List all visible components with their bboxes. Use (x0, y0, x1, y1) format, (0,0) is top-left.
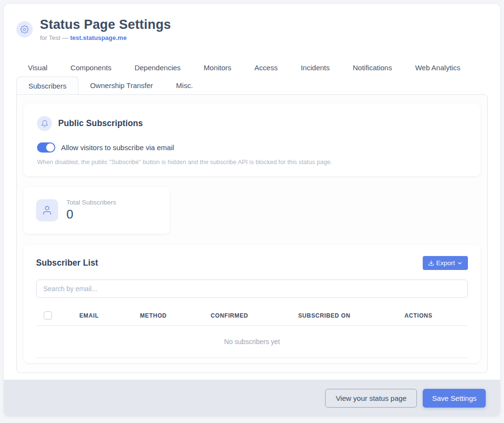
settings-tabs: Visual Components Dependencies Monitors … (16, 59, 488, 373)
tab-ownership-transfer[interactable]: Ownership Transfer (78, 77, 164, 94)
subscribers-panel: Public Subscriptions Allow visitors to s… (16, 94, 488, 373)
export-button[interactable]: Export (423, 256, 468, 270)
card-footer: View your status page Save Settings (4, 380, 500, 416)
subscriber-list-head: Subscriber List Export (36, 256, 468, 270)
page-title: Status Page Settings (40, 17, 171, 32)
chevron-down-icon (457, 260, 463, 266)
tab-subscribers[interactable]: Subscribers (16, 77, 78, 94)
column-subscribed-on: SUBSCRIBED ON (298, 312, 404, 319)
total-subscribers-value: 0 (66, 207, 116, 222)
subscribe-toggle-label: Allow visitors to subscribe via email (61, 143, 174, 152)
toggle-knob (46, 143, 54, 152)
tab-misc[interactable]: Misc. (164, 77, 204, 94)
public-subscriptions-card: Public Subscriptions Allow visitors to s… (24, 103, 480, 176)
tab-notifications[interactable]: Notifications (341, 59, 404, 77)
tab-monitors[interactable]: Monitors (192, 59, 243, 77)
tab-components[interactable]: Components (59, 59, 123, 77)
save-settings-button[interactable]: Save Settings (423, 389, 486, 408)
tab-visual[interactable]: Visual (16, 59, 59, 77)
search-input[interactable] (36, 280, 468, 298)
tab-dependencies[interactable]: Dependencies (123, 59, 192, 77)
subscribe-toggle-row: Allow visitors to subscribe via email (37, 142, 467, 153)
gear-icon (16, 21, 33, 38)
subscribe-helper-text: When disabled, the public "Subscribe" bu… (37, 158, 467, 166)
bell-icon (37, 116, 52, 131)
status-page-settings-card: Status Page Settings for Test — test.sta… (4, 4, 500, 416)
select-all-cell (36, 311, 79, 320)
public-subscriptions-heading-row: Public Subscriptions (37, 116, 467, 131)
subscriber-table-header: EMAIL METHOD CONFIRMED SUBSCRIBED ON ACT… (36, 306, 468, 326)
subscriber-list-heading: Subscriber List (36, 258, 98, 268)
total-subscribers-card: Total Subscribers 0 (24, 187, 170, 234)
tab-access[interactable]: Access (243, 59, 289, 77)
column-confirmed: CONFIRMED (211, 312, 298, 319)
tab-row-2: Subscribers Ownership Transfer Misc. (16, 77, 488, 94)
status-page-link[interactable]: test.statuspage.me (70, 34, 127, 41)
empty-state-message: No subscribers yet (36, 326, 468, 358)
subtitle-prefix: for Test — (40, 34, 70, 41)
view-status-page-button[interactable]: View your status page (325, 389, 417, 408)
person-icon (36, 199, 58, 221)
subscriber-list-card: Subscriber List Export (24, 244, 480, 363)
subscribe-toggle[interactable] (37, 142, 55, 153)
page-subtitle: for Test — test.statuspage.me (40, 34, 171, 41)
tab-incidents[interactable]: Incidents (289, 59, 341, 77)
export-button-label: Export (436, 259, 455, 267)
column-method: METHOD (140, 312, 211, 319)
page-header-text: Status Page Settings for Test — test.sta… (40, 17, 171, 41)
tab-web-analytics[interactable]: Web Analytics (403, 59, 472, 77)
total-subscribers-text: Total Subscribers 0 (66, 199, 116, 222)
total-subscribers-label: Total Subscribers (66, 199, 116, 206)
column-email: EMAIL (79, 312, 140, 319)
card-body: Status Page Settings for Test — test.sta… (4, 4, 500, 380)
page-header: Status Page Settings for Test — test.sta… (16, 17, 488, 41)
download-icon (428, 260, 434, 266)
public-subscriptions-heading: Public Subscriptions (58, 118, 143, 128)
tab-row-1: Visual Components Dependencies Monitors … (16, 59, 488, 77)
select-all-checkbox[interactable] (44, 311, 52, 320)
column-actions: ACTIONS (404, 312, 468, 319)
